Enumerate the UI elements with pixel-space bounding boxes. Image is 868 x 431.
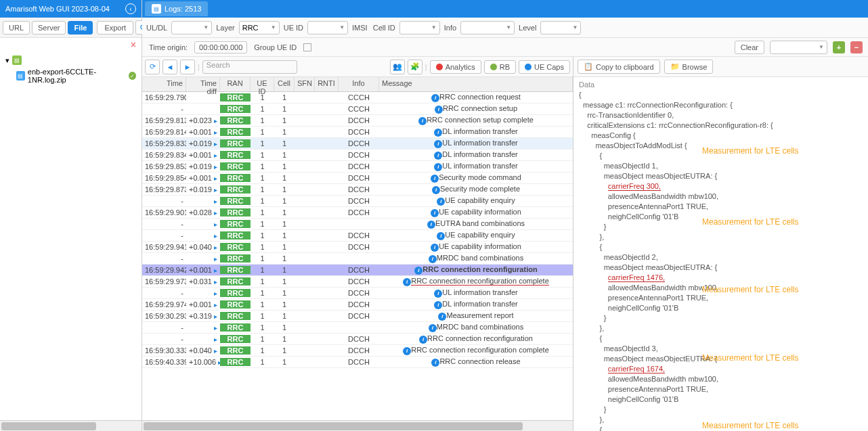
app-titlebar: Amarisoft Web GUI 2023-08-04 ‹ (0, 0, 142, 18)
app-title: Amarisoft Web GUI 2023-08-04 (5, 5, 110, 13)
table-row[interactable]: 16:59:29.942+0.001 ▸RRC11DCCHiRRC connec… (142, 265, 573, 276)
table-row[interactable]: 16:59:29.813+0.023 ▸RRC11DCCHiRRC connec… (142, 115, 573, 127)
table-row[interactable]: - ▸RRC11DCCHiUE capability enquiry (142, 230, 573, 242)
table-row[interactable]: 16:59:29.814+0.001 ▸RRC11DCCHiDL informa… (142, 127, 573, 138)
detail-line: carrierFreq 1476, (579, 273, 863, 283)
uecaps-button[interactable]: UE Caps (519, 60, 570, 74)
export-button[interactable]: Export (97, 21, 133, 35)
clear-combo[interactable]: ▼ (770, 41, 827, 54)
detail-line: presenceAntennaPort1 TRUE, (579, 202, 863, 212)
browse-button[interactable]: 📁 Browse (664, 60, 714, 74)
table-row[interactable]: 16:59:29.901+0.028 ▸RRC11DCCHiUE capabil… (142, 207, 573, 219)
info-icon: i (434, 290, 442, 298)
table-row[interactable]: 16:59:29.873+0.019 ▸RRC11DCCHiSecurity m… (142, 184, 573, 196)
level-combo[interactable]: ▼ (540, 21, 581, 35)
annotation: Measurement for LTE cells (702, 353, 799, 363)
group-ueid-label: Group UE ID (253, 43, 298, 51)
table-row[interactable]: 16:59:29.974+0.001 ▸RRC11DCCHiDL informa… (142, 299, 573, 311)
table-row[interactable]: 16:59:29.790RRC11CCCHiRRC connection req… (142, 92, 573, 104)
table-row[interactable]: - ▸RRC11iMRDC band combinations (142, 322, 573, 334)
info-icon: i (431, 94, 439, 102)
detail-line: allowedMeasBandwidth mbw100, (579, 191, 863, 202)
server-button[interactable]: Server (32, 21, 66, 35)
detail-line: { (579, 334, 863, 344)
info-combo[interactable]: ▼ (460, 21, 515, 35)
info-icon: i (419, 336, 427, 344)
layer-combo[interactable]: RRC▼ (239, 21, 280, 35)
grid-hscroll[interactable] (142, 420, 573, 431)
col-time[interactable]: Time (142, 77, 186, 91)
table-row[interactable]: 16:59:29.833+0.019 ▸RRC11DCCHiUL informa… (142, 138, 573, 150)
table-row[interactable]: -RRC11CCCHiRRC connection setup (142, 104, 573, 115)
table-row[interactable]: - ▸RRC11DCCHiRRC connection reconfigurat… (142, 334, 573, 345)
back-icon[interactable]: ◄ (162, 60, 177, 74)
detail-body[interactable]: Data { message c1: rrcConnectionReconfig… (573, 77, 868, 431)
collapse-icon[interactable]: ‹ (125, 3, 136, 14)
table-row[interactable]: 16:59:30.333+0.040 ▸RRC11DCCHiRRC connec… (142, 345, 573, 357)
info-icon: i (435, 106, 443, 114)
forward-icon[interactable]: ► (180, 60, 195, 74)
tree-root[interactable]: ▾ ▤ (3, 54, 139, 66)
users-icon[interactable]: 👥 (390, 60, 405, 74)
col-ran[interactable]: RAN (220, 77, 251, 91)
annotation: Measurement for LTE cells (702, 285, 799, 295)
detail-line: criticalExtensions c1: rrcConnectionReco… (579, 120, 863, 131)
col-ueid[interactable]: UE ID (251, 77, 274, 91)
table-row[interactable]: 16:59:29.854+0.001 ▸RRC11DCCHiSecurity m… (142, 173, 573, 184)
col-info[interactable]: Info (339, 77, 379, 91)
left-hscroll[interactable] (0, 420, 142, 431)
expand-icon[interactable]: ▾ (5, 56, 9, 65)
url-button[interactable]: URL (3, 21, 30, 35)
col-msg[interactable]: Message (379, 77, 573, 91)
tree-icon[interactable]: 🧩 (408, 60, 422, 74)
analytics-button[interactable]: Analytics (430, 60, 481, 74)
info-icon: i (434, 301, 442, 309)
logs-tab[interactable]: ▤ Logs: 2513 (145, 1, 208, 16)
table-row[interactable]: - ▸RRC11DCCHiUL information transfer (142, 288, 573, 299)
table-row[interactable]: - ▸RRC11iMRDC band combinations (142, 253, 573, 265)
detail-toolbar: 📋 Copy to clipboard 📁 Browse (573, 57, 868, 77)
detail-line: allowedMeasBandwidth mbw100, (579, 374, 863, 384)
col-cell[interactable]: Cell (274, 77, 295, 91)
grid-body[interactable]: 16:59:29.790RRC11CCCHiRRC connection req… (142, 92, 573, 420)
detail-line: neighCellConfig '01'B (579, 394, 863, 405)
col-sfn[interactable]: SFN (295, 77, 315, 91)
tabs-bar: ▤ Logs: 2513 (142, 0, 868, 18)
folder-icon: ▤ (12, 55, 22, 65)
cellid-label: Cell ID (372, 24, 397, 32)
add-icon[interactable]: + (833, 41, 845, 53)
refresh-icon[interactable]: ⟳ (145, 60, 160, 74)
col-rnti[interactable]: RNTI (315, 77, 339, 91)
info-icon: i (431, 175, 439, 183)
col-diff[interactable]: Time diff (186, 77, 220, 91)
info-icon: i (403, 278, 411, 286)
table-row[interactable]: 16:59:29.834+0.001 ▸RRC11DCCHiDL informa… (142, 150, 573, 161)
level-label: Level (517, 24, 538, 32)
table-row[interactable]: - ▸RRC11iEUTRA band combinations (142, 219, 573, 230)
table-row[interactable]: 16:59:29.941+0.040 ▸RRC11DCCHiUE capabil… (142, 242, 573, 253)
detail-line: carrierFreq 300, (579, 181, 863, 191)
clear-button[interactable]: Clear (735, 41, 764, 54)
table-row[interactable]: - ▸RRC11DCCHiUE capability enquiry (142, 196, 573, 207)
ueid-combo[interactable]: ▼ (307, 21, 348, 35)
table-row[interactable]: 16:59:29.973+0.031 ▸RRC11DCCHiRRC connec… (142, 276, 573, 288)
rb-button[interactable]: RB (484, 60, 516, 74)
cellid-combo[interactable]: ▼ (399, 21, 440, 35)
uldl-combo[interactable]: ▼ (171, 21, 212, 35)
search-input[interactable]: Search (202, 60, 297, 74)
close-icon[interactable]: × (0, 38, 142, 51)
file-button[interactable]: File (68, 21, 93, 35)
action-bar: ⟳ ◄ ► | Search 👥 🧩 | Analytics RB UE Cap… (142, 57, 573, 77)
info-icon: i (434, 129, 442, 137)
group-ueid-checkbox[interactable] (303, 43, 311, 51)
remove-icon[interactable]: − (850, 41, 863, 53)
table-row[interactable]: 16:59:30.293+0.319 ▸RRC11DCCHiMeasuremen… (142, 311, 573, 322)
table-row[interactable]: 16:59:29.853+0.019 ▸RRC11DCCHiUL informa… (142, 161, 573, 173)
tree-file[interactable]: ▤ enb-export-6CCLTE-1NR.log.zip ✓ (3, 66, 139, 85)
copy-button[interactable]: 📋 Copy to clipboard (578, 60, 660, 74)
info-icon: i (403, 347, 411, 355)
info-icon: i (434, 152, 442, 160)
time-origin-value[interactable]: 00:00:00.000 (194, 41, 247, 53)
table-row[interactable]: 16:59:40.339+10.006 ▸RRC11DCCHiRRC conne… (142, 357, 573, 368)
info-icon: i (438, 313, 446, 321)
